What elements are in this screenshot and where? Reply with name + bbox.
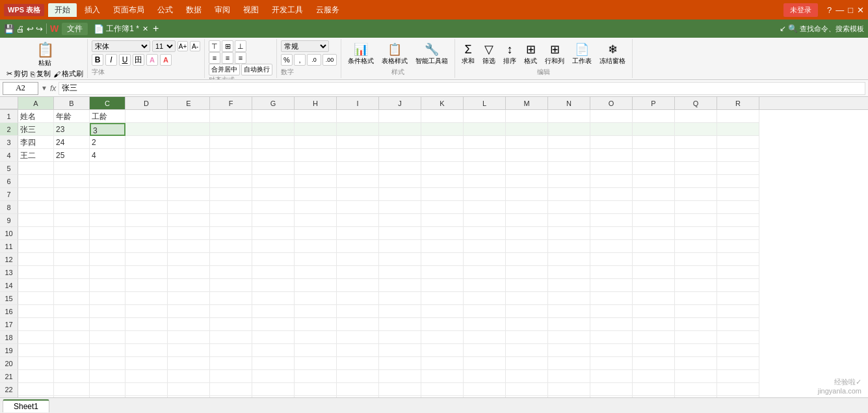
list-item[interactable] [210, 266, 252, 279]
list-item[interactable] [210, 292, 252, 305]
sheet-tab-sheet1[interactable]: Sheet1 [3, 399, 49, 412]
list-item[interactable] [675, 149, 717, 162]
list-item[interactable] [252, 110, 295, 123]
row-number[interactable]: 8 [0, 201, 18, 214]
list-item[interactable] [548, 240, 590, 253]
list-item[interactable] [90, 240, 125, 253]
list-item[interactable] [548, 331, 590, 344]
row-number[interactable]: 10 [0, 227, 18, 240]
list-item[interactable] [464, 266, 506, 279]
row-number[interactable]: 21 [0, 370, 18, 383]
list-item[interactable] [548, 136, 590, 149]
list-item[interactable] [168, 136, 210, 149]
list-item[interactable] [295, 175, 337, 188]
list-item[interactable] [717, 357, 759, 370]
list-item[interactable] [337, 110, 379, 123]
list-item[interactable] [90, 201, 125, 214]
list-item[interactable] [210, 253, 252, 266]
list-item[interactable] [379, 253, 421, 266]
list-item[interactable] [548, 292, 590, 305]
list-item[interactable] [717, 279, 759, 292]
list-item[interactable]: 2 [90, 136, 125, 149]
list-item[interactable] [18, 305, 54, 318]
list-item[interactable] [295, 266, 337, 279]
list-item[interactable] [168, 292, 210, 305]
row-number[interactable]: 13 [0, 266, 18, 279]
list-item[interactable] [548, 175, 590, 188]
tab-review[interactable]: 审阅 [208, 3, 237, 17]
list-item[interactable] [295, 201, 337, 214]
list-item[interactable] [125, 123, 168, 136]
cell-reference-input[interactable] [3, 82, 38, 95]
list-item[interactable] [464, 279, 506, 292]
list-item[interactable] [548, 227, 590, 240]
list-item[interactable] [337, 162, 379, 175]
list-item[interactable] [506, 383, 548, 396]
row-number[interactable]: 20 [0, 357, 18, 370]
list-item[interactable] [379, 188, 421, 201]
list-item[interactable] [379, 149, 421, 162]
list-item[interactable] [717, 123, 759, 136]
list-item[interactable] [464, 110, 506, 123]
list-item[interactable] [337, 136, 379, 149]
col-header-F[interactable]: F [210, 97, 252, 109]
list-item[interactable] [590, 383, 633, 396]
list-item[interactable] [337, 149, 379, 162]
list-item[interactable] [379, 279, 421, 292]
align-right-button[interactable]: ≡ [235, 52, 246, 64]
list-item[interactable] [675, 279, 717, 292]
list-item[interactable] [675, 136, 717, 149]
list-item[interactable] [168, 214, 210, 227]
list-item[interactable] [633, 123, 675, 136]
list-item[interactable] [717, 253, 759, 266]
row-number[interactable]: 16 [0, 305, 18, 318]
row-number[interactable]: 9 [0, 214, 18, 227]
help-icon[interactable]: ? [827, 5, 832, 15]
list-item[interactable] [337, 279, 379, 292]
col-header-L[interactable]: L [464, 97, 506, 109]
list-item[interactable] [18, 175, 54, 188]
search-icon[interactable]: 🔍 [788, 24, 798, 33]
list-item[interactable] [18, 344, 54, 357]
list-item[interactable] [295, 279, 337, 292]
list-item[interactable] [125, 305, 168, 318]
list-item[interactable] [168, 344, 210, 357]
list-item[interactable] [125, 162, 168, 175]
list-item[interactable] [379, 201, 421, 214]
list-item[interactable] [633, 214, 675, 227]
list-item[interactable] [168, 318, 210, 331]
list-item[interactable]: 3 [90, 123, 125, 136]
list-item[interactable] [54, 318, 90, 331]
col-header-K[interactable]: K [421, 97, 464, 109]
list-item[interactable] [464, 344, 506, 357]
list-item[interactable] [633, 201, 675, 214]
list-item[interactable] [590, 162, 633, 175]
list-item[interactable] [506, 305, 548, 318]
list-item[interactable] [464, 227, 506, 240]
list-item[interactable] [337, 331, 379, 344]
align-center-button[interactable]: ≡ [222, 52, 233, 64]
list-item[interactable] [506, 227, 548, 240]
list-item[interactable] [506, 110, 548, 123]
list-item[interactable] [90, 318, 125, 331]
list-item[interactable] [633, 149, 675, 162]
list-item[interactable] [252, 292, 295, 305]
list-item[interactable] [717, 214, 759, 227]
list-item[interactable] [675, 201, 717, 214]
list-item[interactable] [90, 370, 125, 383]
list-item[interactable] [590, 175, 633, 188]
list-item[interactable] [125, 292, 168, 305]
list-item[interactable] [464, 214, 506, 227]
list-item[interactable] [675, 318, 717, 331]
list-item[interactable] [464, 240, 506, 253]
list-item[interactable] [506, 136, 548, 149]
list-item[interactable] [633, 136, 675, 149]
list-item[interactable] [506, 266, 548, 279]
col-header-E[interactable]: E [168, 97, 210, 109]
list-item[interactable] [54, 383, 90, 396]
list-item[interactable] [506, 357, 548, 370]
corner-cell[interactable] [0, 97, 18, 109]
list-item[interactable] [168, 240, 210, 253]
list-item[interactable] [590, 279, 633, 292]
list-item[interactable] [54, 266, 90, 279]
